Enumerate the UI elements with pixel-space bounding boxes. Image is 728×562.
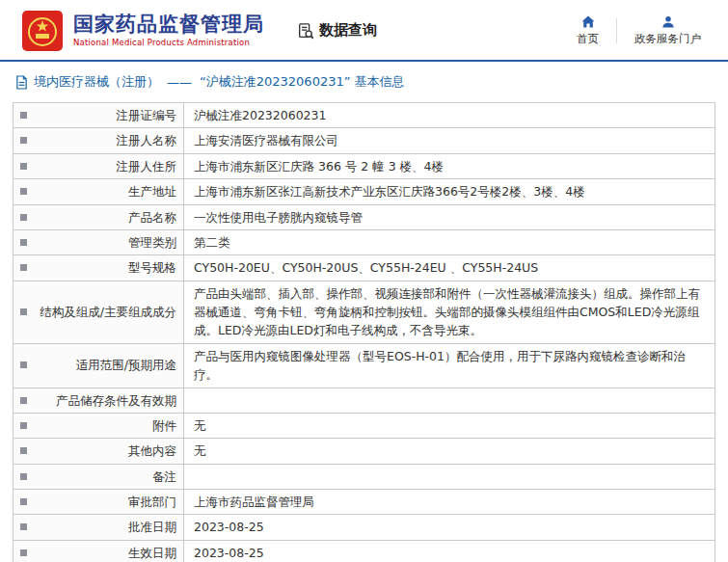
row-marker-icon xyxy=(20,308,27,315)
row-label: 注册人名称 xyxy=(13,128,184,153)
person-icon xyxy=(661,14,676,30)
row-value: 产品由头端部、插入部、操作部、视频连接部和附件（一次性器械灌流接头）组成。操作部… xyxy=(184,281,715,343)
nav-portal-label: 政务服务门户 xyxy=(634,32,701,46)
row-label: 产品名称 xyxy=(13,204,184,229)
row-label: 结构及组成/主要组成成分 xyxy=(13,281,184,343)
row-label: 生效日期 xyxy=(13,540,184,562)
agency-name-en: National Medical Products Administration xyxy=(73,38,264,47)
table-row: 审批部门 上海市药品监督管理局 xyxy=(13,490,715,515)
row-marker-icon xyxy=(20,361,27,368)
row-label: 附件 xyxy=(13,413,184,438)
home-icon xyxy=(580,14,596,30)
breadcrumb-category: 境内医疗器械（注册） xyxy=(34,73,159,91)
header-nav: 首页 政务服务门户 xyxy=(559,14,718,46)
table-row: 生产地址 上海市浦东新区张江高新技术产业东区汇庆路366号2号楼2楼、3楼、4楼 xyxy=(13,179,715,204)
row-label: 产品储存条件及有效期 xyxy=(13,388,184,413)
row-value: 2023-08-25 xyxy=(184,540,715,562)
data-query-title[interactable]: 数据查询 xyxy=(297,21,377,40)
row-label: 生产地址 xyxy=(13,179,184,204)
row-marker-icon xyxy=(20,447,27,454)
nav-home-label: 首页 xyxy=(577,32,599,46)
nmpa-logo[interactable] xyxy=(21,10,64,52)
row-value: 无 xyxy=(184,439,715,464)
row-marker-icon xyxy=(20,188,27,195)
row-marker-icon xyxy=(20,498,27,505)
row-label: 适用范围/预期用途 xyxy=(13,343,184,388)
row-label: 其他内容 xyxy=(13,439,184,464)
table-row: 备注 xyxy=(13,464,715,489)
row-marker-icon xyxy=(20,214,27,221)
table-row: 生效日期 2023-08-25 xyxy=(13,540,715,562)
row-value: 产品与医用内窥镜图像处理器（型号EOS-H-01）配合使用，用于下尿路内窥镜检查… xyxy=(184,343,715,388)
breadcrumb: 境内医疗器械（注册） —— “沪械注准20232060231” 基本信息 xyxy=(0,62,728,100)
row-value xyxy=(184,464,715,489)
row-value: 上海安清医疗器械有限公司 xyxy=(184,128,715,153)
row-marker-icon xyxy=(20,163,27,170)
row-marker-icon xyxy=(20,523,27,530)
row-label: 管理类别 xyxy=(13,229,184,254)
table-row: 其他内容 无 xyxy=(13,439,715,464)
row-marker-icon xyxy=(20,239,27,246)
table-row: 产品储存条件及有效期 xyxy=(13,388,715,413)
row-marker-icon xyxy=(20,264,27,271)
row-value: 上海市药品监督管理局 xyxy=(184,490,715,515)
row-label: 批准日期 xyxy=(13,515,184,540)
row-label: 注册证编号 xyxy=(13,103,184,128)
row-marker-icon xyxy=(20,112,27,119)
row-marker-icon xyxy=(20,422,27,429)
table-row: 注册人名称 上海安清医疗器械有限公司 xyxy=(13,128,715,153)
row-label: 型号规格 xyxy=(13,255,184,281)
table-row: 产品名称 一次性使用电子膀胱内窥镜导管 xyxy=(13,204,715,229)
row-value xyxy=(184,388,715,413)
page-title: “沪械注准20232060231” 基本信息 xyxy=(200,73,405,91)
nav-portal[interactable]: 政务服务门户 xyxy=(617,14,718,46)
row-value: 上海市浦东新区汇庆路 366 号 2 幢 3 楼、4楼 xyxy=(184,153,715,178)
header-left: 国家药品监督管理局 National Medical Products Admi… xyxy=(21,10,377,52)
row-marker-icon xyxy=(20,137,27,144)
table-row: 适用范围/预期用途 产品与医用内窥镜图像处理器（型号EOS-H-01）配合使用，… xyxy=(13,343,715,388)
site-header: 国家药品监督管理局 National Medical Products Admi… xyxy=(0,0,728,60)
data-query-label: 数据查询 xyxy=(319,21,377,40)
row-value: CY50H-20EU、CY50H-20US、CY55H-24EU 、CY55H-… xyxy=(184,255,715,281)
row-label: 注册人住所 xyxy=(13,153,184,178)
registration-info-table: 注册证编号 沪械注准20232060231 注册人名称 上海安清医疗器械有限公司… xyxy=(13,102,715,562)
row-value: 沪械注准20232060231 xyxy=(184,103,715,128)
row-marker-icon xyxy=(20,549,27,556)
agency-name-cn: 国家药品监督管理局 xyxy=(73,13,264,36)
breadcrumb-separator: —— xyxy=(167,75,192,90)
row-value: 上海市浦东新区张江高新技术产业东区汇庆路366号2号楼2楼、3楼、4楼 xyxy=(184,179,715,204)
table-row: 管理类别 第二类 xyxy=(13,229,715,254)
table-row: 批准日期 2023-08-25 xyxy=(13,515,715,540)
row-label: 备注 xyxy=(13,464,184,489)
table-row: 注册人住所 上海市浦东新区汇庆路 366 号 2 幢 3 楼、4楼 xyxy=(13,153,715,178)
agency-titles: 国家药品监督管理局 National Medical Products Admi… xyxy=(73,13,264,47)
table-row: 结构及组成/主要组成成分 产品由头端部、插入部、操作部、视频连接部和附件（一次性… xyxy=(13,281,715,343)
table-row: 注册证编号 沪械注准20232060231 xyxy=(13,103,715,128)
row-value: 2023-08-25 xyxy=(184,515,715,540)
row-marker-icon xyxy=(20,473,27,480)
row-value: 第二类 xyxy=(184,229,715,254)
document-icon xyxy=(15,75,28,90)
data-query-icon xyxy=(297,22,314,40)
nav-home[interactable]: 首页 xyxy=(559,14,616,46)
row-label: 审批部门 xyxy=(13,490,184,515)
table-row: 附件 无 xyxy=(13,413,715,438)
table-row: 型号规格 CY50H-20EU、CY50H-20US、CY55H-24EU 、C… xyxy=(13,255,715,281)
row-value: 无 xyxy=(184,413,715,438)
row-value: 一次性使用电子膀胱内窥镜导管 xyxy=(184,204,715,229)
row-marker-icon xyxy=(20,397,27,404)
